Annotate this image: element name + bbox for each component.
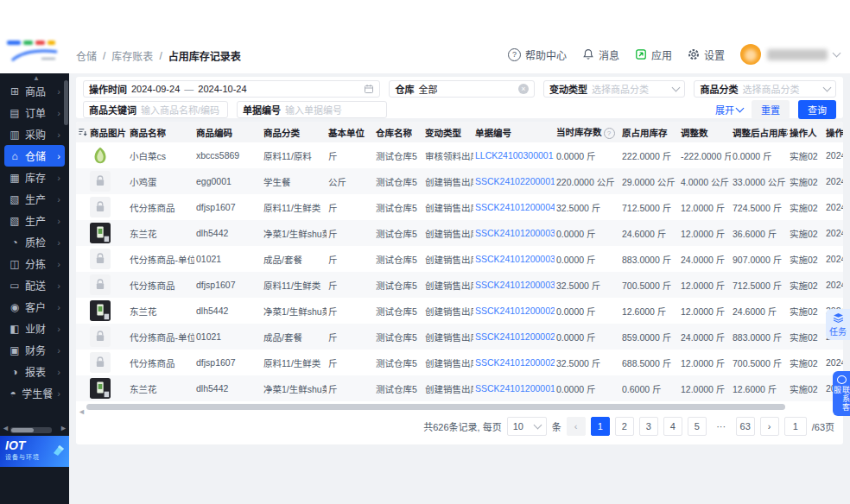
next-page-button[interactable]: › bbox=[760, 417, 779, 436]
adjust-qty: 4.0000 公斤 bbox=[679, 168, 731, 194]
column-header: 商品编码 bbox=[194, 122, 262, 142]
date-to-value: 2024-10-24 bbox=[198, 84, 246, 94]
page-button-3[interactable]: 3 bbox=[639, 417, 658, 436]
warehouse-select[interactable]: 仓库 全部 × bbox=[389, 80, 534, 98]
expand-toggle[interactable]: 展开 bbox=[715, 103, 743, 117]
doc-no-link[interactable]: SSCK24101200002 bbox=[475, 357, 555, 368]
product-image-placeholder bbox=[90, 249, 111, 269]
doc-no-link[interactable]: SSCK24101200002 bbox=[475, 331, 555, 342]
base-unit: 斤 bbox=[327, 324, 374, 350]
iot-banner[interactable]: IOT 设备与环境 bbox=[0, 436, 69, 467]
table-scroll-left-icon[interactable]: ◄ bbox=[78, 407, 86, 416]
sidebar-item-production-2[interactable]: ▧生产› bbox=[4, 210, 65, 231]
apps-icon bbox=[635, 48, 647, 60]
sidebar-item-reports[interactable]: ◑报表› bbox=[4, 361, 65, 382]
table-hscroll-thumb[interactable] bbox=[86, 404, 785, 410]
category-select[interactable]: 商品分类 选择商品分类 bbox=[694, 80, 836, 98]
breadcrumb-inventory-ledger[interactable]: 库存账表 bbox=[111, 48, 153, 63]
base-unit: 斤 bbox=[327, 350, 374, 375]
biz-finance-icon: ◧ bbox=[9, 323, 21, 335]
keyword-input[interactable]: 商品关键词 输入商品名称/编码 bbox=[83, 101, 228, 118]
sidebar-vscrollbar[interactable] bbox=[64, 80, 68, 125]
doc-no-link[interactable]: SSCK24101200002 bbox=[475, 306, 555, 316]
doc-no-link[interactable]: SSCK24101200004 bbox=[475, 202, 555, 212]
sidebar-hscrollbar[interactable] bbox=[10, 427, 52, 433]
new-occupied-stock: 724.5000 斤 bbox=[731, 194, 788, 220]
warehouse-name: 测试仓库5 bbox=[374, 375, 423, 401]
goods-icon: ⊞ bbox=[9, 85, 21, 98]
sidebar-item-finance[interactable]: ▣财务› bbox=[4, 339, 65, 361]
sidebar-item-purchase[interactable]: ▥采购› bbox=[4, 123, 65, 145]
orders-icon: ▤ bbox=[9, 107, 21, 119]
task-widget[interactable]: 任务 bbox=[826, 309, 850, 340]
page-button-5[interactable]: 5 bbox=[688, 417, 707, 436]
filter-panel: 操作时间 2024-09-24 — 2024-10-24 仓库 全部 × 变动类… bbox=[76, 77, 843, 118]
doc-no-input[interactable]: 单据编号 输入单据编号 bbox=[237, 101, 387, 118]
sidebar-scroll-up-icon[interactable]: ▲ bbox=[33, 74, 40, 82]
doc-no-link[interactable]: SSCK24101200001 bbox=[475, 383, 555, 394]
product-name: 代分拣商品-单位换算 bbox=[128, 246, 194, 272]
page-jump-input[interactable]: 1 bbox=[784, 417, 807, 436]
product-code: dfjsp1607 bbox=[194, 272, 262, 298]
column-header: 当时库存数? bbox=[555, 122, 620, 142]
sidebar-item-goods[interactable]: ⊞商品› bbox=[4, 80, 65, 102]
sidebar-item-orders[interactable]: ▤订单› bbox=[4, 102, 65, 123]
sidebar-item-quality-check[interactable]: ◔质检› bbox=[4, 231, 65, 253]
user-menu[interactable] bbox=[740, 44, 840, 65]
clear-icon[interactable]: × bbox=[518, 84, 529, 94]
page-ellipsis: ··· bbox=[712, 417, 731, 436]
main-content: 操作时间 2024-09-24 — 2024-10-24 仓库 全部 × 变动类… bbox=[69, 73, 850, 504]
help-icon: ? bbox=[508, 48, 521, 61]
sidebar-item-production-1[interactable]: ▧生产› bbox=[4, 188, 65, 210]
sidebar-item-warehouse[interactable]: ⌂仓储› bbox=[4, 145, 65, 167]
change-type: 创建销售出库 bbox=[423, 375, 473, 401]
reset-button[interactable]: 重置 bbox=[752, 100, 790, 119]
username-redacted bbox=[767, 49, 828, 60]
operator: 实施02 bbox=[788, 194, 824, 220]
doc-no-link[interactable]: SSCK24101200003 bbox=[475, 228, 555, 238]
avatar bbox=[740, 44, 761, 65]
messages-button[interactable]: 消息 bbox=[582, 47, 619, 62]
operator: 实施02 bbox=[788, 168, 824, 194]
product-code: dfjsp1607 bbox=[194, 350, 262, 375]
adjust-qty: 12.0000 斤 bbox=[679, 298, 731, 324]
column-header: 变动类型 bbox=[423, 122, 473, 142]
doc-no-link[interactable]: SSCK24102200001 bbox=[475, 176, 555, 186]
sidebar-item-student-meal[interactable]: ◓学生餐› bbox=[4, 382, 65, 404]
column-filter-icon[interactable] bbox=[78, 127, 87, 136]
doc-no-link[interactable]: SSCK24101200003 bbox=[475, 254, 555, 264]
customer-service-widget[interactable]: 联系客服 bbox=[833, 371, 850, 416]
sidebar-scroll-right-icon[interactable]: ► bbox=[60, 424, 67, 432]
page-size-select[interactable]: 10 bbox=[507, 417, 547, 436]
search-button[interactable]: 查询 bbox=[798, 100, 836, 119]
help-center-button[interactable]: ? 帮助中心 bbox=[508, 47, 567, 62]
iot-device-icon bbox=[50, 441, 67, 462]
sidebar-item-delivery[interactable]: ▭配送› bbox=[4, 274, 65, 296]
new-occupied-stock: 0.0000 斤 bbox=[731, 142, 788, 168]
date-range-input[interactable]: 操作时间 2024-09-24 — 2024-10-24 bbox=[83, 80, 380, 98]
sidebar-item-sorting[interactable]: ◫分拣› bbox=[4, 253, 65, 274]
sidebar-item-biz-finance[interactable]: ◧业财› bbox=[4, 318, 65, 339]
occupied-stock-table: 商品图片商品名称商品编码商品分类基本单位仓库名称变动类型单据编号当时库存数?原占… bbox=[76, 122, 843, 401]
sidebar-item-customers[interactable]: ◉客户› bbox=[4, 296, 65, 318]
doc-no-link[interactable]: LLCK24100300001 bbox=[475, 150, 554, 161]
base-unit: 斤 bbox=[327, 298, 374, 324]
sidebar-item-inventory[interactable]: ▦库存› bbox=[4, 167, 65, 188]
change-type-select[interactable]: 变动类型 选择商品分类 bbox=[543, 80, 686, 98]
settings-button[interactable]: 设置 bbox=[688, 47, 725, 62]
doc-no-link[interactable]: SSCK24101200003 bbox=[475, 280, 555, 290]
page-button-63[interactable]: 63 bbox=[736, 417, 755, 436]
sidebar-scroll-left-icon[interactable]: ◄ bbox=[2, 424, 10, 432]
page-button-4[interactable]: 4 bbox=[663, 417, 682, 436]
prev-page-button[interactable]: ‹ bbox=[567, 417, 586, 436]
customers-icon: ◉ bbox=[9, 301, 21, 313]
base-unit: 斤 bbox=[327, 142, 374, 168]
operator: 实施02 bbox=[788, 142, 824, 168]
info-icon[interactable]: ? bbox=[604, 128, 615, 139]
new-occupied-stock: 907.0000 斤 bbox=[731, 246, 788, 272]
apps-button[interactable]: 应用 bbox=[635, 47, 672, 62]
page-button-2[interactable]: 2 bbox=[615, 417, 634, 436]
page-button-1[interactable]: 1 bbox=[591, 417, 610, 436]
breadcrumb-warehouse[interactable]: 仓储 bbox=[76, 48, 97, 63]
calendar-icon bbox=[364, 84, 374, 94]
